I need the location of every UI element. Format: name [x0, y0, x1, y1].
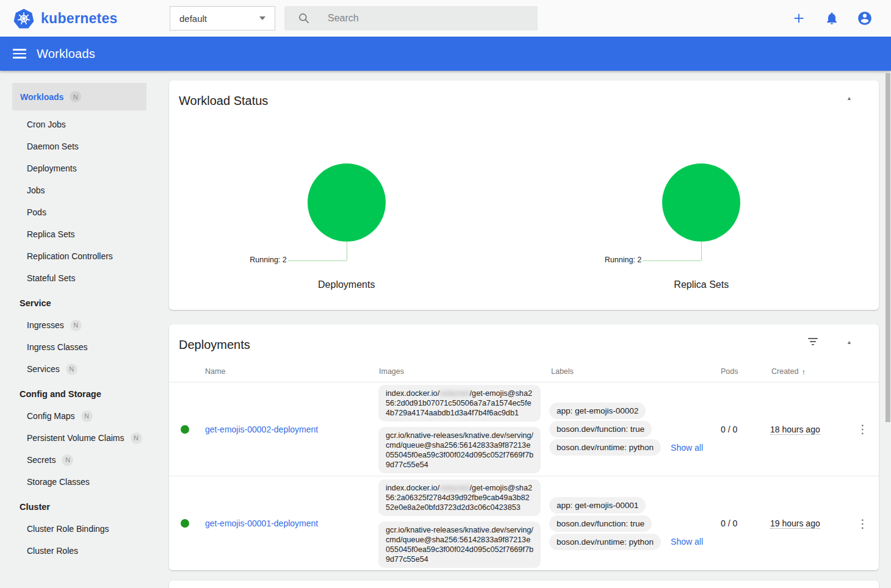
- chevron-down-icon: [259, 16, 265, 20]
- chart-caption: Deployments: [169, 279, 524, 290]
- namespace-selector[interactable]: default: [170, 6, 275, 30]
- pie-annotation: Running: 2: [605, 256, 641, 264]
- card-title: Deployments: [179, 338, 250, 352]
- new-badge: N: [131, 432, 142, 444]
- status-running-icon: [181, 425, 189, 434]
- account-circle-icon: [857, 10, 873, 26]
- kubernetes-logo[interactable]: kubernetes: [13, 9, 118, 29]
- collapse-card-button[interactable]: ▲: [846, 95, 852, 101]
- created-timestamp: 18 hours ago: [770, 425, 820, 435]
- workload-status-card: Workload Status ▲ Running: 2 Deployments…: [169, 81, 879, 310]
- sidebar-item-pods[interactable]: Pods: [0, 201, 159, 223]
- created-timestamp: 19 hours ago: [770, 518, 820, 529]
- header-actions: [791, 0, 873, 37]
- column-header-images[interactable]: Images: [370, 367, 545, 376]
- brand-wordmark: kubernetes: [41, 10, 118, 27]
- deployments-pie-chart: Running: 2 Deployments: [169, 163, 524, 304]
- table-row: get-emojis-00002-deployment index.docker…: [169, 382, 879, 476]
- search-bar[interactable]: [284, 6, 538, 30]
- sidebar-item-persistent-volume-claims[interactable]: Persistent Volume Claims N: [0, 427, 159, 449]
- status-running-icon: [181, 519, 189, 528]
- row-actions-menu-button[interactable]: ⋮: [852, 515, 873, 532]
- sidebar-item-ingress-classes[interactable]: Ingress Classes: [0, 336, 159, 358]
- search-input[interactable]: [328, 13, 511, 24]
- namespace-value: default: [179, 13, 207, 24]
- image-chip: gcr.io/knative-releases/knative.dev/serv…: [378, 522, 541, 568]
- new-badge: N: [70, 320, 82, 331]
- sidebar-item-config-maps[interactable]: Config Maps N: [0, 405, 159, 427]
- deployments-card: Deployments ▲ Name Images Labels Pods Cr…: [169, 324, 879, 570]
- filter-icon: [808, 338, 818, 339]
- sidebar-item-ingresses[interactable]: Ingresses N: [0, 314, 159, 336]
- new-badge: N: [81, 411, 93, 422]
- notifications-button[interactable]: [824, 10, 840, 26]
- show-all-link[interactable]: Show all: [671, 443, 703, 453]
- table-row: get-emojis-00001-deployment index.docker…: [169, 476, 879, 570]
- label-chip: boson.dev/runtime: python: [549, 534, 661, 550]
- sidebar: Workloads N Cron Jobs Daemon Sets Deploy…: [0, 71, 159, 562]
- deployment-name-link[interactable]: get-emojis-00002-deployment: [205, 425, 318, 434]
- image-chip: gcr.io/knative-releases/knative.dev/serv…: [378, 427, 541, 473]
- deployment-name-link[interactable]: get-emojis-00001-deployment: [205, 518, 318, 528]
- table-header: Name Images Labels Pods Created ↑: [169, 361, 879, 382]
- sidebar-item-jobs[interactable]: Jobs: [0, 179, 159, 201]
- sort-ascending-icon: ↑: [801, 367, 806, 376]
- account-button[interactable]: [857, 10, 873, 26]
- callout-line: [347, 242, 347, 260]
- new-badge: N: [62, 454, 73, 466]
- sidebar-section-config-and-storage: Config and Storage: [0, 383, 159, 405]
- label-chip: boson.dev/runtime: python: [549, 439, 661, 456]
- image-chip: index.docker.io/redacted/get-emojis@sha2…: [378, 385, 541, 421]
- column-header-labels[interactable]: Labels: [545, 367, 718, 376]
- sidebar-item-cluster-role-bindings[interactable]: Cluster Role Bindings: [0, 518, 159, 540]
- sidebar-item-workloads[interactable]: Workloads N: [12, 83, 146, 110]
- card-title: Workload Status: [179, 94, 268, 108]
- sidebar-item-cluster-roles[interactable]: Cluster Roles: [0, 540, 159, 562]
- pie-running-segment[interactable]: [308, 163, 386, 242]
- new-badge: N: [70, 91, 81, 102]
- row-actions-menu-button[interactable]: ⋮: [852, 421, 873, 437]
- pods-count: 0 / 0: [718, 518, 770, 528]
- filter-button[interactable]: [807, 338, 819, 345]
- page-title: Workloads: [37, 47, 95, 61]
- sidebar-item-services[interactable]: Services N: [0, 358, 159, 380]
- column-header-pods[interactable]: Pods: [718, 367, 770, 376]
- sidebar-item-replica-sets[interactable]: Replica Sets: [0, 223, 159, 245]
- sidebar-item-storage-classes[interactable]: Storage Classes: [0, 471, 159, 493]
- callout-line: [288, 260, 347, 261]
- vertical-scrollbar[interactable]: [886, 73, 890, 422]
- chart-caption: Replica Sets: [524, 279, 879, 290]
- label-chip: app: get-emojis-00002: [549, 403, 646, 419]
- table-body: get-emojis-00002-deployment index.docker…: [169, 382, 879, 570]
- create-button[interactable]: [791, 10, 807, 26]
- bell-icon: [824, 11, 839, 26]
- pie-annotation: Running: 2: [250, 256, 286, 264]
- plus-icon: [792, 12, 806, 25]
- redacted-text: redacted: [439, 389, 469, 398]
- sidebar-item-secrets[interactable]: Secrets N: [0, 449, 159, 471]
- show-all-link[interactable]: Show all: [671, 537, 703, 547]
- replica-sets-pie-chart: Running: 2 Replica Sets: [524, 163, 879, 304]
- sidebar-item-cron-jobs[interactable]: Cron Jobs: [0, 113, 159, 135]
- workload-status-charts: Running: 2 Deployments Running: 2 Replic…: [169, 163, 879, 304]
- sidebar-section-cluster: Cluster: [0, 496, 159, 518]
- column-header-name[interactable]: Name: [197, 367, 370, 376]
- app-toolbar: Workloads: [0, 37, 891, 71]
- callout-line: [643, 260, 701, 261]
- sidebar-item-replication-controllers[interactable]: Replication Controllers: [0, 245, 159, 267]
- next-card-partial: [169, 581, 879, 588]
- collapse-card-button[interactable]: ▲: [846, 339, 852, 345]
- sidebar-item-deployments[interactable]: Deployments: [0, 157, 159, 179]
- pie-running-segment[interactable]: [662, 163, 740, 242]
- column-header-created[interactable]: Created ↑: [770, 367, 846, 376]
- menu-button[interactable]: [13, 49, 26, 59]
- sidebar-item-daemon-sets[interactable]: Daemon Sets: [0, 135, 159, 157]
- sidebar-item-stateful-sets[interactable]: Stateful Sets: [0, 267, 159, 289]
- top-header: kubernetes default: [0, 0, 891, 37]
- hamburger-icon: [13, 49, 26, 51]
- redacted-text: redacted: [439, 484, 469, 492]
- kubernetes-wheel-icon: [13, 9, 34, 29]
- pods-count: 0 / 0: [718, 425, 770, 434]
- label-chip: boson.dev/function: true: [549, 515, 652, 532]
- sidebar-section-service: Service: [0, 292, 159, 314]
